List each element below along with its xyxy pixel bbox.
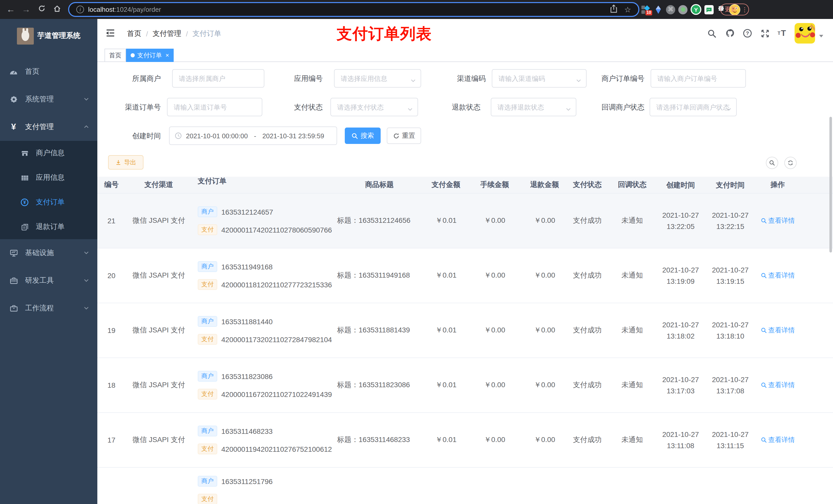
create-time: 2021-10-27 13:11:08	[656, 413, 706, 467]
app-logo[interactable]: 芋道管理系统	[0, 23, 97, 49]
order-id: 17	[97, 413, 125, 467]
pay-status: 支付成功	[568, 194, 607, 248]
pay-order-cell: 商户 1635311251796 支付	[194, 467, 337, 504]
share-icon[interactable]	[610, 4, 617, 15]
export-button[interactable]: 导出	[108, 155, 143, 170]
tab-close-icon[interactable]: ×	[165, 52, 169, 58]
pay-status-select[interactable]	[330, 98, 418, 116]
sidebar-item-dev-tools[interactable]: 研发工具	[0, 267, 97, 294]
pay-channel: 微信 JSAPI 支付	[128, 194, 190, 248]
pay-clock: 13:11:15	[717, 440, 744, 452]
tab-pay-order[interactable]: 支付订单 ×	[126, 49, 174, 62]
avatar-caret-icon[interactable]	[819, 35, 823, 40]
extension-command-icon[interactable]: ⌘	[666, 5, 675, 14]
scrollbar[interactable]	[829, 117, 832, 253]
pay-tag: 支付	[198, 279, 217, 290]
fee-amount: ￥0.00	[470, 248, 519, 303]
pay-status: 支付成功	[568, 303, 607, 358]
view-detail-link[interactable]: 查看详情	[761, 326, 795, 335]
merchant-tag: 商户	[198, 426, 217, 436]
search-icon[interactable]	[707, 29, 716, 38]
notify-status-select[interactable]	[649, 98, 737, 116]
browser-reload-icon[interactable]	[34, 4, 49, 15]
col-channel: 支付渠道	[128, 177, 190, 193]
pay-tag: 支付	[198, 494, 217, 504]
view-detail-link[interactable]: 查看详情	[761, 435, 795, 445]
pay-time: 2021-10-27 13:18:10	[706, 303, 755, 358]
col-id: 编号	[97, 177, 125, 193]
sidebar-item-workflow[interactable]: 工作流程	[0, 294, 97, 322]
tags-view: 首页 支付订单 ×	[97, 47, 833, 62]
url-bar[interactable]: i localhost:1024/pay/order ☆	[68, 2, 639, 17]
tab-label: 首页	[109, 51, 121, 60]
date-range-input[interactable]: 2021-10-01 00:00:00 - 2021-10-31 23:59:5…	[169, 126, 337, 145]
channel-order-no-input[interactable]	[167, 98, 262, 116]
pay-clock: 13:17:08	[716, 385, 744, 397]
table-row: 18 微信 JSAPI 支付 商户 1635311823086 支付 42000…	[97, 358, 833, 413]
refund-amount: ￥0.00	[519, 248, 570, 303]
notify-status: 未通知	[611, 413, 653, 467]
extension-record-icon[interactable]	[678, 5, 688, 14]
app-select[interactable]	[334, 69, 421, 88]
font-size-icon[interactable]: TT	[777, 29, 786, 38]
browser-home-icon[interactable]	[49, 4, 65, 15]
merchant-order-no-input[interactable]	[651, 69, 746, 88]
extension-chat-icon[interactable]	[705, 5, 714, 14]
extension-badge-icon[interactable]: 10	[641, 5, 651, 14]
yen-circle-icon: ¥	[21, 198, 29, 207]
view-detail-label: 查看详情	[768, 435, 795, 445]
github-icon[interactable]	[725, 29, 735, 38]
export-button-label: 导出	[124, 158, 136, 167]
fullscreen-icon[interactable]	[760, 29, 769, 38]
channel-code-select[interactable]	[492, 69, 587, 88]
search-button[interactable]: 搜索	[345, 127, 381, 144]
site-info-icon[interactable]: i	[76, 6, 84, 13]
product-title: 标题：1635311823086	[337, 358, 422, 412]
pay-tag: 支付	[198, 443, 217, 454]
table-row: 20 微信 JSAPI 支付 商户 1635311949168 支付 42000…	[97, 248, 833, 303]
sidebar-item-system[interactable]: 系统管理	[0, 86, 97, 113]
col-refund: 退款金额	[519, 177, 570, 193]
reset-button[interactable]: 重置	[387, 127, 421, 144]
bookmark-star-icon[interactable]: ☆	[624, 5, 631, 14]
extension-y-icon[interactable]: Y	[691, 4, 701, 15]
merchant-order-no: 1635311468233	[221, 427, 272, 435]
sidebar-item-home[interactable]: 首页	[0, 58, 97, 86]
sidebar-item-pay-order[interactable]: ¥ 支付订单	[0, 190, 97, 215]
sidebar-item-label: 支付订单	[36, 198, 65, 207]
table-row: 17 微信 JSAPI 支付 商户 1635311468233 支付 42000…	[97, 413, 833, 467]
refresh-button[interactable]	[784, 157, 796, 169]
pay-order-cell: 商户 1635311823086 支付 42000011672021102710…	[194, 358, 337, 412]
refund-status-select[interactable]	[491, 98, 576, 116]
sidebar-item-label: 基础设施	[25, 248, 54, 258]
user-avatar[interactable]	[794, 23, 815, 44]
svg-text:¥: ¥	[23, 200, 26, 205]
merchant-order-no: 1635311881440	[221, 317, 272, 326]
sidebar-item-refund-order[interactable]: 退款订单	[0, 215, 97, 239]
browser-forward-icon[interactable]: →	[19, 4, 34, 15]
view-detail-link[interactable]: 查看详情	[761, 216, 795, 225]
toolbox-icon	[9, 276, 18, 285]
sidebar-item-payment[interactable]: ¥ 支付管理	[0, 113, 97, 141]
sidebar-item-label: 首页	[25, 67, 40, 76]
browser-back-icon[interactable]: ←	[3, 4, 19, 15]
view-detail-link[interactable]: 查看详情	[761, 271, 795, 280]
chrome-menu-icon[interactable]: ⋮	[741, 4, 749, 15]
sidebar-item-label: 商户信息	[36, 148, 65, 158]
extension-kite-icon[interactable]	[654, 5, 663, 14]
chrome-update-button[interactable]: 更新	[720, 4, 741, 15]
create-time: 2021-10-27 13:22:05	[656, 194, 706, 248]
help-icon[interactable]: ?	[743, 29, 752, 38]
merchant-input[interactable]	[172, 69, 264, 88]
toggle-search-button[interactable]	[766, 157, 778, 169]
tab-home[interactable]: 首页	[104, 49, 126, 62]
sidebar-item-app-info[interactable]: 应用信息	[0, 165, 97, 190]
merchant-order-no: 1635311949168	[221, 263, 272, 271]
create-time: 2021-10-27 13:18:02	[656, 303, 706, 358]
sidebar-item-merchant-info[interactable]: 商户信息	[0, 141, 97, 165]
order-id: 20	[97, 248, 125, 303]
view-detail-link[interactable]: 查看详情	[761, 381, 795, 390]
pay-date: 2021-10-27	[712, 374, 748, 385]
reset-button-label: 重置	[402, 131, 415, 140]
sidebar-item-infra[interactable]: 基础设施	[0, 239, 97, 267]
